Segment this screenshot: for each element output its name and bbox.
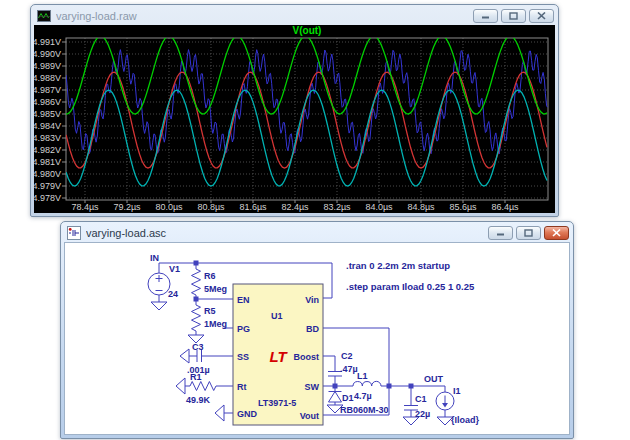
pin-sw: SW — [305, 382, 320, 392]
svg-text:80.8µs: 80.8µs — [197, 202, 225, 212]
component-r6[interactable]: R6 5Meg — [192, 263, 228, 299]
spice-directive-step[interactable]: .step param Iload 0.25 1 0.25 — [346, 281, 475, 292]
pin-ss: SS — [237, 352, 249, 362]
svg-text:4.982V: 4.982V — [34, 145, 61, 155]
desktop: { "plot_window": { "title": "varying-loa… — [0, 0, 630, 440]
u1-ref: U1 — [271, 311, 283, 321]
waveform-plot[interactable]: V(out) 78.4µs79.2µs80.0µs80.8µs81.6µs82.… — [34, 25, 555, 212]
svg-text:79.2µs: 79.2µs — [113, 202, 141, 212]
component-r1[interactable]: R1 49.9K — [176, 372, 233, 405]
close-button[interactable] — [544, 226, 569, 240]
maximize-icon — [524, 229, 533, 237]
svg-text:83.2µs: 83.2µs — [323, 202, 351, 212]
c1-ref: C1 — [415, 394, 427, 404]
component-u1[interactable]: U1 LT LT3971-5 EN PG SS Rt GND Vin BD Bo… — [233, 284, 323, 425]
r1-ref: R1 — [190, 372, 202, 382]
svg-text:4.991V: 4.991V — [34, 37, 61, 47]
close-icon — [537, 12, 546, 20]
u1-part: LT3971-5 — [258, 398, 296, 408]
d1-ref: D1 — [342, 393, 354, 403]
window-title: varying-load.asc — [86, 227, 482, 239]
maximize-icon — [509, 12, 518, 20]
waveform-traces — [66, 36, 548, 186]
v1-value: 24 — [168, 289, 178, 299]
pin-vin: Vin — [305, 295, 319, 305]
svg-text:4.985V: 4.985V — [34, 109, 61, 119]
schematic-canvas[interactable]: IN V1 24 R6 5Meg R5 1Meg — [64, 242, 570, 435]
pin-bd: BD — [306, 324, 319, 334]
lt-logo: LT — [269, 348, 288, 365]
r6-value: 5Meg — [204, 284, 227, 294]
schematic[interactable]: IN V1 24 R6 5Meg R5 1Meg — [64, 242, 570, 435]
spice-directive-tran[interactable]: .tran 0 2.2m 2m startup — [346, 260, 450, 271]
pin-pg: PG — [237, 324, 250, 334]
svg-text:4.990V: 4.990V — [34, 49, 61, 59]
waveform-document-icon[interactable] — [37, 9, 51, 23]
close-icon — [552, 229, 561, 237]
minimize-button[interactable] — [473, 9, 498, 23]
c2-value: .47µ — [340, 364, 358, 374]
d1-value: RB060M-30 — [340, 405, 389, 415]
i1-ref: I1 — [453, 386, 461, 396]
l1-ref: L1 — [357, 371, 368, 381]
l1-value: 4.7µ — [354, 391, 372, 401]
component-l1[interactable]: L1 4.7µ — [353, 371, 381, 401]
r5-ref: R5 — [204, 306, 216, 316]
pin-boost: Boost — [294, 352, 320, 362]
pin-rt: Rt — [237, 382, 247, 392]
svg-text:4.988V: 4.988V — [34, 73, 61, 83]
c2-ref: C2 — [341, 351, 353, 361]
minimize-button[interactable] — [488, 226, 513, 240]
c3-ref: C3 — [192, 342, 204, 352]
maximize-button[interactable] — [501, 9, 526, 23]
svg-text:78.4µs: 78.4µs — [71, 202, 99, 212]
window-waveform-viewer[interactable]: varying-load.raw V(out) 78.4µs79.2µs80.0… — [30, 4, 559, 217]
net-label-out: OUT — [424, 374, 444, 384]
svg-text:4.980V: 4.980V — [34, 169, 61, 179]
svg-text:82.4µs: 82.4µs — [281, 202, 309, 212]
trace-name-label[interactable]: V(out) — [293, 25, 322, 36]
component-v1[interactable]: IN V1 24 — [148, 253, 180, 310]
component-r5[interactable]: R5 1Meg — [188, 299, 227, 343]
svg-text:84.0µs: 84.0µs — [365, 202, 393, 212]
component-c1[interactable]: C1 22µ — [403, 386, 430, 425]
svg-text:4.981V: 4.981V — [34, 157, 61, 167]
component-c3[interactable]: C3 .001µ — [180, 342, 233, 375]
trace-v-out--iload=0.75 — [66, 72, 547, 168]
v1-ref: V1 — [169, 264, 180, 274]
component-i1[interactable]: I1 {Iload} — [436, 386, 480, 425]
schematic-titlebar[interactable]: varying-load.asc — [61, 222, 573, 242]
close-button[interactable] — [529, 9, 554, 23]
svg-text:4.983V: 4.983V — [34, 133, 61, 143]
svg-text:84.8µs: 84.8µs — [407, 202, 435, 212]
net-label-in: IN — [150, 253, 159, 263]
svg-text:4.986V: 4.986V — [34, 97, 61, 107]
plot-pane[interactable]: V(out) 78.4µs79.2µs80.0µs80.8µs81.6µs82.… — [34, 25, 555, 213]
maximize-button[interactable] — [516, 226, 541, 240]
svg-text:81.6µs: 81.6µs — [239, 202, 267, 212]
window-schematic-editor[interactable]: varying-load.asc — [60, 221, 574, 439]
axis-labels: 78.4µs79.2µs80.0µs80.8µs81.6µs82.4µs83.2… — [34, 37, 519, 212]
minimize-icon — [496, 229, 505, 236]
svg-text:4.984V: 4.984V — [34, 121, 61, 131]
c1-value: 22µ — [415, 409, 430, 419]
gnd-pin-ground — [215, 405, 233, 421]
r1-value: 49.9K — [186, 395, 211, 405]
svg-text:4.978V: 4.978V — [34, 193, 61, 203]
r5-value: 1Meg — [204, 319, 227, 329]
pin-gnd: GND — [237, 409, 258, 419]
svg-text:86.4µs: 86.4µs — [491, 202, 519, 212]
pin-vout: Vout — [300, 411, 319, 421]
i1-value: {Iload} — [451, 415, 480, 425]
waveform-titlebar[interactable]: varying-load.raw — [31, 5, 558, 25]
window-title: varying-load.raw — [56, 10, 467, 22]
minimize-icon — [481, 12, 490, 19]
svg-text:4.979V: 4.979V — [34, 181, 61, 191]
r6-ref: R6 — [204, 271, 216, 281]
component-c2[interactable]: C2 .47µ — [323, 351, 358, 386]
schematic-document-icon[interactable] — [67, 226, 81, 240]
svg-text:85.6µs: 85.6µs — [449, 202, 477, 212]
svg-text:4.987V: 4.987V — [34, 85, 61, 95]
pin-en: EN — [237, 295, 250, 305]
svg-text:80.0µs: 80.0µs — [155, 202, 183, 212]
